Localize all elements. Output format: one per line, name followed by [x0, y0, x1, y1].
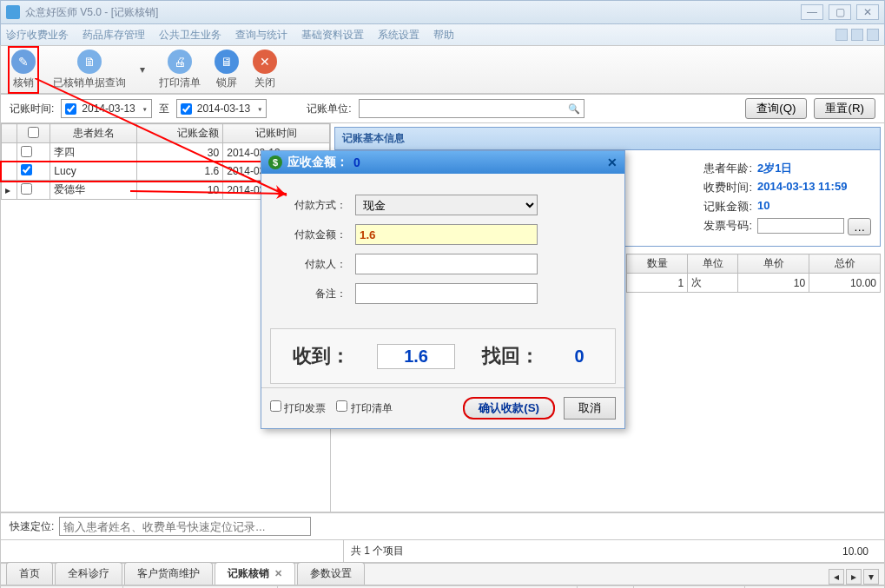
close-window-button[interactable]: ✕ [856, 4, 879, 20]
unit-label: 记账单位: [307, 102, 351, 116]
payment-dialog: $ 应收金额： 0 ✕ 付款方式： 现金 付款金额： 付款人： 备注： 收到： … [261, 150, 625, 429]
mdi-max-icon[interactable] [851, 29, 863, 41]
date-from-value: 2014-03-13 [82, 102, 135, 115]
lock-button[interactable]: 🖥 锁屏 [215, 50, 239, 90]
col-name[interactable]: 患者姓名 [50, 124, 136, 143]
rowhdr-col [2, 124, 17, 143]
row-checkbox[interactable] [21, 183, 32, 195]
print-list-button[interactable]: 🖨 打印清单 [159, 50, 201, 90]
menu-query[interactable]: 查询与统计 [235, 28, 287, 43]
mdi-min-icon[interactable] [835, 29, 848, 41]
tab-hexiao[interactable]: 记账核销✕ [215, 562, 295, 585]
print-invoice-check[interactable]: 打印发票 [270, 400, 326, 416]
toolbar-caret-icon[interactable]: ▾ [140, 63, 145, 76]
tab-home[interactable]: 首页 [6, 562, 53, 585]
date-to-input[interactable]: 2014-03-13 [176, 99, 267, 118]
cell-qty: 1 [627, 274, 688, 293]
cancel-button[interactable]: 取消 [564, 397, 616, 420]
minimize-button[interactable]: — [801, 4, 823, 20]
dialog-summary-row: 收到： 1.6 找回： 0 [270, 328, 616, 384]
col-total[interactable]: 总价 [809, 254, 881, 274]
menu-charge[interactable]: 诊疗收费业务 [6, 28, 69, 43]
dialog-titlebar[interactable]: $ 应收金额： 0 ✕ [261, 151, 624, 174]
hexiao-button[interactable]: ✎ 核销 [8, 46, 39, 94]
dialog-close-icon[interactable]: ✕ [607, 155, 618, 169]
quick-input[interactable] [59, 517, 311, 536]
menu-base[interactable]: 基础资料设置 [301, 28, 364, 43]
reset-button[interactable]: 重置(R) [814, 98, 875, 119]
mdi-close-icon[interactable] [867, 29, 879, 41]
cell-name: 李四 [50, 143, 136, 162]
tab-clinic[interactable]: 全科诊疗 [55, 562, 122, 585]
dollar-icon: $ [268, 155, 282, 169]
header-checkbox[interactable] [28, 127, 39, 138]
tab-customer[interactable]: 客户货商维护 [124, 562, 213, 585]
print-list-check[interactable]: 打印清单 [336, 400, 392, 416]
app-icon [6, 5, 20, 19]
maximize-button[interactable]: ▢ [829, 4, 851, 20]
verified-query-button[interactable]: 🗎 已核销单据查询 [53, 50, 126, 90]
pay-amount-input[interactable] [355, 224, 538, 245]
col-qty[interactable]: 数量 [627, 254, 688, 274]
tab-list-icon[interactable]: ▾ [863, 569, 879, 585]
tab-next-icon[interactable]: ▸ [846, 569, 862, 585]
tab-nav: ◂ ▸ ▾ [829, 569, 879, 585]
lock-label: 锁屏 [216, 76, 237, 90]
dialog-footer: 打印发票 打印清单 确认收款(S) 取消 [261, 387, 624, 428]
hexiao-label: 核销 [13, 76, 34, 90]
menu-system[interactable]: 系统设置 [378, 28, 419, 43]
close-button[interactable]: ✕ 关闭 [253, 50, 277, 90]
row-checkbox[interactable] [21, 146, 32, 157]
lock-icon: 🖥 [215, 50, 239, 74]
menu-public[interactable]: 公共卫生业务 [159, 28, 221, 43]
invoice-more-button[interactable]: … [848, 218, 871, 235]
received-label: 收到： [293, 343, 350, 369]
pay-method-select[interactable]: 现金 [355, 195, 538, 215]
printer-icon: 🖨 [168, 50, 192, 74]
remark-input[interactable] [355, 283, 538, 304]
invoice-input[interactable] [757, 218, 844, 234]
tab-prev-icon[interactable]: ◂ [829, 569, 844, 585]
window-buttons: — ▢ ✕ [801, 4, 879, 20]
doc-search-icon: 🗎 [77, 50, 102, 74]
amount-label: 记账金额: [683, 199, 752, 215]
menu-help[interactable]: 帮助 [433, 28, 454, 43]
date-to-value: 2014-03-13 [197, 102, 250, 115]
received-value[interactable]: 1.6 [377, 344, 455, 369]
to-label: 至 [159, 102, 169, 116]
invoice-field[interactable] [757, 218, 844, 235]
tab-params[interactable]: 参数设置 [297, 562, 365, 585]
change-value: 0 [566, 347, 593, 367]
col-price[interactable]: 单价 [738, 254, 809, 274]
hexiao-icon: ✎ [11, 50, 36, 74]
col-check[interactable] [17, 124, 50, 143]
cell-price: 10 [738, 274, 809, 293]
items-header: 数量 单位 单价 总价 [627, 254, 881, 274]
payer-label: 付款人： [277, 257, 347, 272]
mdi-buttons [835, 29, 879, 41]
menubar: 诊疗收费业务 药品库存管理 公共卫生业务 查询与统计 基础资料设置 系统设置 帮… [0, 24, 885, 45]
window-title: 众意好医师 V5.0 - [记账核销] [25, 5, 801, 20]
col-amount[interactable]: 记账金额 [136, 124, 222, 143]
date-from-input[interactable]: 2014-03-13 [61, 99, 151, 118]
row-checkbox[interactable] [21, 164, 32, 175]
items-row[interactable]: 1 次 10 10.00 [627, 274, 881, 293]
items-table: 数量 单位 单价 总价 1 次 10 10.00 [626, 254, 881, 293]
date-to-checkbox[interactable] [181, 103, 192, 115]
quick-label: 快速定位: [10, 519, 54, 534]
query-button[interactable]: 查询(Q) [745, 98, 807, 119]
unit-input[interactable] [359, 99, 584, 118]
cell-name: 爱德华 [50, 181, 136, 200]
menu-stock[interactable]: 药品库存管理 [83, 28, 145, 43]
toolbar: ✎ 核销 🗎 已核销单据查询 ▾ 🖨 打印清单 🖥 锁屏 ✕ 关闭 [0, 45, 885, 94]
col-time[interactable]: 记账时间 [223, 124, 330, 143]
col-unit[interactable]: 单位 [688, 254, 738, 274]
remark-label: 备注： [277, 287, 347, 301]
tab-close-icon[interactable]: ✕ [274, 568, 282, 579]
date-from-checkbox[interactable] [65, 103, 76, 115]
row-handle-current: ▸ [2, 181, 17, 200]
payer-input[interactable] [355, 254, 538, 274]
confirm-payment-button[interactable]: 确认收款(S) [463, 397, 555, 420]
tabs-bar: 首页 全科诊疗 客户货商维护 记账核销✕ 参数设置 ◂ ▸ ▾ [0, 563, 885, 585]
time-label: 记账时间: [10, 102, 54, 116]
